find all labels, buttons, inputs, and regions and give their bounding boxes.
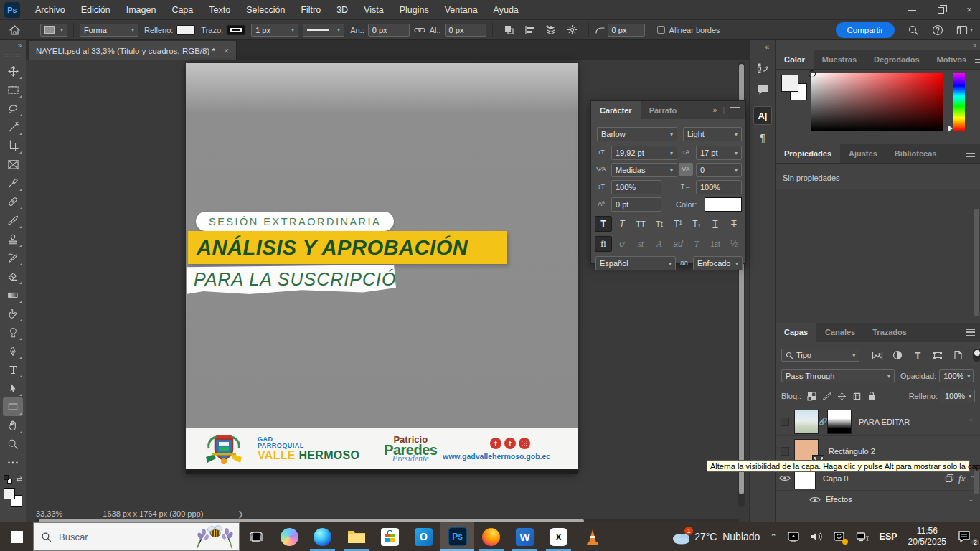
faux-bold-button[interactable]: T	[595, 216, 612, 232]
color-picker-field[interactable]	[811, 73, 943, 131]
notification-center-icon[interactable]: 2	[952, 522, 980, 551]
tab-character[interactable]: Carácter	[591, 101, 641, 119]
align-edges-checkbox[interactable]	[657, 26, 665, 34]
dock-collapse-icon[interactable]: »	[972, 42, 976, 50]
help-icon[interactable]	[932, 24, 943, 36]
edit-toolbar-icon[interactable]	[3, 453, 23, 472]
layer-name[interactable]: PARA EDITAR	[859, 418, 910, 426]
tab-paragraph[interactable]: Párrafo	[641, 101, 686, 119]
paragraph-panel-icon[interactable]: ¶	[753, 128, 772, 146]
history-brush-tool[interactable]	[3, 248, 23, 267]
share-button[interactable]: Compartir	[836, 22, 895, 38]
tab-motivos[interactable]: Motivos	[928, 50, 976, 69]
brush-tool[interactable]	[3, 211, 23, 230]
comments-panel-icon[interactable]	[753, 80, 772, 99]
foreground-background-swatches[interactable]	[4, 488, 22, 507]
font-style-select[interactable]: Light▾	[683, 127, 742, 141]
start-button[interactable]	[0, 522, 33, 551]
layer-name[interactable]: Capa 0	[823, 474, 848, 483]
tool-preset-picker[interactable]: ▾	[40, 24, 67, 37]
layer-thumbnail[interactable]	[794, 410, 819, 434]
menu-ayuda[interactable]: Ayuda	[486, 0, 527, 20]
filter-shape-layers-icon[interactable]	[930, 348, 946, 362]
font-family-select[interactable]: Barlow▾	[597, 127, 677, 141]
tab-muestras[interactable]: Muestras	[814, 50, 865, 69]
menu-archivo[interactable]: Archivo	[27, 0, 73, 20]
blend-mode-select[interactable]: Pass Through▾	[781, 369, 895, 382]
close-button[interactable]: ×	[964, 5, 974, 15]
outlook-button[interactable]: O	[407, 522, 440, 551]
restore-button[interactable]	[936, 5, 946, 15]
stylistic-alternates-button[interactable]: ad	[669, 236, 687, 252]
menu-capa[interactable]: Capa	[164, 0, 201, 20]
lock-all-icon[interactable]	[867, 391, 876, 401]
filter-pixel-layers-icon[interactable]	[870, 348, 885, 362]
titling-alternates-button[interactable]: T	[688, 236, 705, 252]
tab-propiedades[interactable]: Propiedades	[776, 144, 840, 163]
word-button[interactable]: W	[508, 522, 542, 551]
expand-toolbar-icon[interactable]: »	[17, 40, 26, 52]
move-tool[interactable]	[3, 62, 23, 80]
crop-tool[interactable]	[3, 136, 23, 155]
taskbar-search-input[interactable]: Buscar	[33, 522, 240, 551]
tab-canales[interactable]: Canales	[816, 323, 864, 342]
firefox-button[interactable]	[474, 522, 508, 551]
underline-button[interactable]: T	[707, 216, 724, 232]
minimize-button[interactable]	[907, 5, 917, 15]
path-selection-tool[interactable]	[3, 379, 23, 397]
filter-type-layers-icon[interactable]: T	[910, 348, 925, 362]
antialias-select[interactable]: Enfocado▾	[693, 256, 743, 270]
tab-bibliotecas[interactable]: Bibliotecas	[886, 144, 946, 163]
properties-panel-menu-icon[interactable]	[966, 151, 975, 157]
copilot-button[interactable]	[273, 522, 306, 551]
language-select[interactable]: Español▾	[595, 256, 676, 270]
eraser-tool[interactable]	[3, 267, 23, 286]
smudge-tool[interactable]	[3, 304, 23, 323]
swash-button[interactable]: A	[651, 236, 668, 252]
path-align-icon[interactable]	[524, 25, 535, 35]
menu-imagen[interactable]: Imagen	[118, 0, 164, 20]
ligatures-button[interactable]: fi	[595, 236, 612, 252]
font-size-field[interactable]: 19,92 pt▾	[611, 146, 677, 160]
layer-row-efectos[interactable]: Efectos ⌄	[776, 491, 980, 507]
wireless-display-icon[interactable]	[782, 522, 805, 551]
lock-pixels-icon[interactable]	[822, 391, 831, 401]
weather-widget[interactable]: 1 27°C Nublado	[665, 522, 765, 551]
close-tab-icon[interactable]: ×	[224, 46, 229, 56]
file-explorer-button[interactable]	[339, 522, 373, 551]
photoshop-button[interactable]: Ps	[440, 522, 474, 551]
visibility-toggle[interactable]	[776, 447, 794, 456]
properties-scrollbar[interactable]	[974, 209, 979, 316]
faux-italic-button[interactable]: T	[613, 216, 631, 232]
color-panel-menu-icon[interactable]	[975, 57, 980, 63]
document-canvas[interactable]: SESIÓN EXTRAORDINARIA ANÁLISIS Y APROBAC…	[186, 63, 578, 474]
stroke-type-select[interactable]: ▾	[303, 24, 344, 37]
tool-mode-select[interactable]: Forma▾	[80, 24, 138, 37]
home-icon[interactable]	[9, 24, 21, 36]
tab-capas[interactable]: Capas	[776, 323, 816, 342]
small-caps-button[interactable]: Tt	[651, 216, 668, 232]
layers-scrollbar[interactable]	[974, 470, 979, 494]
filter-adjustment-layers-icon[interactable]	[890, 348, 905, 362]
swap-colors-icon[interactable]: ⇄	[17, 475, 22, 484]
collapse-group-icon[interactable]: ⌃	[968, 418, 974, 425]
vlc-button[interactable]	[575, 522, 609, 551]
default-colors-icon[interactable]	[4, 475, 12, 484]
horizontal-scale-field[interactable]: 100%	[696, 180, 742, 194]
status-chevron-icon[interactable]: ❯	[237, 510, 243, 518]
marquee-tool[interactable]	[3, 80, 23, 99]
fill-swatch[interactable]	[176, 25, 195, 35]
dodge-tool[interactable]	[3, 323, 23, 342]
quick-selection-tool[interactable]	[3, 118, 23, 136]
store-button[interactable]	[373, 522, 407, 551]
menu-texto[interactable]: Texto	[201, 0, 238, 20]
lock-artboard-icon[interactable]	[852, 391, 862, 401]
layer-filter-select[interactable]: Tipo▾	[781, 349, 859, 362]
hand-tool[interactable]	[3, 416, 23, 435]
tray-expand-icon[interactable]: ⌃	[765, 522, 781, 551]
clock-widget[interactable]: 11:5620/5/2025	[903, 522, 952, 551]
type-tool[interactable]	[3, 360, 23, 379]
capcut-button[interactable]: X	[542, 522, 575, 551]
layer-filter-toggle[interactable]	[973, 349, 980, 362]
layer-row-para-editar[interactable]: 🔗 PARA EDITAR ⌃	[776, 408, 980, 436]
